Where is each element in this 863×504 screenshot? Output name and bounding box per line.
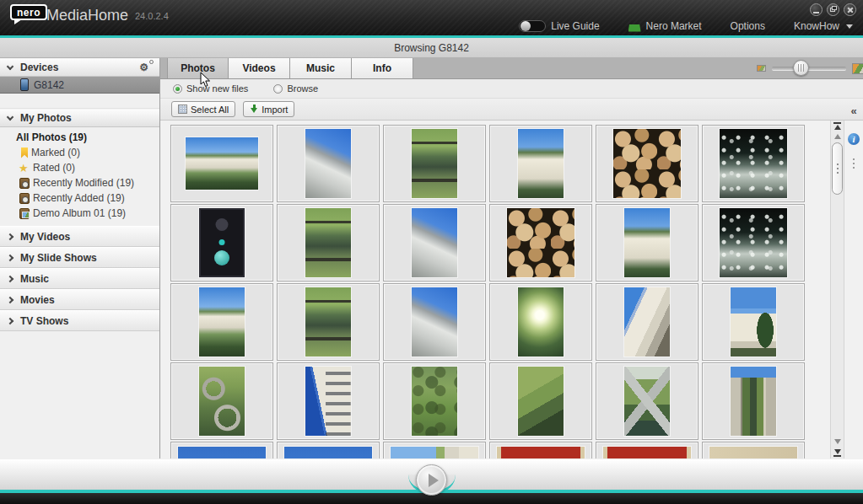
photo-thumbnail[interactable] (702, 362, 805, 440)
scrollbar-thumb[interactable] (832, 142, 843, 195)
collapse-panel-icon[interactable]: « (848, 106, 860, 115)
restore-button[interactable] (827, 3, 839, 16)
radio-label: Show new files (186, 83, 248, 94)
tab-music[interactable]: Music (290, 58, 352, 78)
chevron-down-icon (7, 113, 13, 120)
photo-thumbnail[interactable] (596, 125, 698, 202)
app-title: MediaHome (46, 7, 128, 24)
my-photos-section-header[interactable]: My Photos (0, 109, 159, 127)
nero-logo: nero (10, 4, 47, 20)
play-button[interactable] (416, 464, 447, 496)
sidebar-item-label: Demo Album 01 (19) (33, 207, 126, 219)
photo-thumbnail[interactable] (489, 362, 592, 440)
photo-thumbnail[interactable] (489, 283, 592, 361)
photo-thumbnail[interactable] (596, 283, 698, 361)
sidebar-section-music[interactable]: Music (0, 268, 159, 289)
sidebar-item-demo-album-01-19-[interactable]: Demo Album 01 (19) (0, 206, 159, 221)
photo-thumbnail[interactable] (277, 362, 380, 440)
photo-thumbnail[interactable] (277, 204, 380, 281)
photo-sky-strip (284, 447, 372, 458)
sidebar-item-device-g8142[interactable]: G8142 (0, 77, 159, 94)
photo-thumbnail[interactable] (489, 204, 592, 281)
import-button[interactable]: Import (243, 101, 294, 117)
close-button[interactable] (844, 3, 856, 16)
photo-facade-sky (305, 367, 351, 436)
tab-info[interactable]: Info (352, 58, 413, 78)
photo-thumbnail[interactable] (277, 283, 380, 361)
sidebar-item-marked-0-[interactable]: Marked (0) (0, 145, 159, 160)
select-all-button[interactable]: Select All (171, 101, 235, 117)
chevron-right-icon (7, 296, 13, 303)
chevron-down-icon (846, 24, 853, 29)
scroll-down-button[interactable] (831, 437, 844, 448)
photo-thumbnail[interactable] (383, 204, 486, 281)
nero-market-button[interactable]: Nero Market (628, 20, 702, 32)
sidebar-section-my-slide-shows[interactable]: My Slide Shows (0, 247, 159, 268)
photo-thumbnail[interactable] (702, 442, 805, 458)
vertical-scrollbar[interactable] (830, 121, 844, 458)
sidebar-section-my-videos[interactable]: My Videos (0, 226, 159, 247)
sidebar-section-movies[interactable]: Movies (0, 289, 159, 310)
tab-label: Music (306, 62, 335, 74)
photo-thumbnail[interactable] (170, 442, 273, 458)
knowhow-menu[interactable]: KnowHow (794, 20, 853, 32)
tab-bar: Photos Videos Music Info (160, 58, 863, 79)
photo-thumbnail[interactable] (170, 125, 273, 202)
sidebar-item-recently-modified-19-[interactable]: Recently Modified (19) (0, 175, 159, 190)
zoom-slider-knob[interactable] (793, 60, 809, 76)
zoom-slider-track[interactable] (772, 67, 846, 70)
photo-thumbnail[interactable] (489, 125, 592, 202)
devices-section-header[interactable]: Devices ⚙ (0, 58, 159, 77)
sidebar-section-tv-shows[interactable]: TV Shows (0, 310, 159, 331)
scroll-to-bottom-button[interactable] (831, 448, 844, 458)
photo-thumbnail[interactable] (383, 283, 486, 361)
nero-market-label: Nero Market (646, 20, 702, 32)
scroll-to-top-button[interactable] (831, 121, 844, 131)
mouse-cursor (200, 72, 211, 88)
live-guide-toggle[interactable] (519, 20, 546, 32)
photo-building-garden (199, 287, 245, 357)
photo-building-up (305, 129, 351, 198)
photo-building-hill (624, 208, 670, 277)
photo-thumbnail[interactable] (702, 125, 805, 202)
photo-thumbnail[interactable] (596, 362, 698, 440)
sidebar-item-label: Recently Modified (19) (33, 177, 134, 189)
photo-thumbnail[interactable] (596, 204, 698, 281)
photo-thumbnail[interactable] (277, 125, 380, 202)
photo-building-up (412, 208, 457, 277)
photo-thumbnail[interactable] (383, 362, 486, 440)
panel-grip-handle[interactable] (853, 158, 855, 160)
radio-browse[interactable]: Browse (273, 83, 318, 94)
photo-canal-railing (412, 129, 457, 198)
section-label: Movies (20, 294, 55, 306)
sidebar-item-recently-added-19-[interactable]: Recently Added (19) (0, 190, 159, 206)
radio-icon (173, 84, 182, 94)
item-icon (21, 147, 28, 158)
radio-label: Browse (287, 83, 318, 94)
photo-building-garden (186, 137, 258, 190)
sidebar-item-rated-0-[interactable]: Rated (0) (0, 160, 159, 175)
photo-thumbnail[interactable] (702, 204, 805, 281)
zoom-in-thumbnail-icon[interactable] (852, 63, 863, 74)
photo-thumbnail[interactable] (383, 125, 486, 202)
view-filter-row: Show new files Browse (160, 79, 863, 99)
tab-photos[interactable]: Photos (167, 58, 229, 78)
photo-thumbnail[interactable] (277, 442, 380, 458)
photo-thumbnail[interactable] (383, 442, 486, 458)
minimize-button[interactable] (810, 3, 823, 16)
photo-thumbnail[interactable] (702, 283, 805, 361)
photo-thumbnail[interactable] (596, 442, 698, 458)
tab-videos[interactable]: Videos (229, 58, 290, 78)
photo-thumbnail[interactable] (170, 283, 273, 361)
zoom-out-thumbnail-icon[interactable] (757, 65, 766, 72)
photo-thumbnail[interactable] (170, 362, 273, 440)
info-icon[interactable]: i (848, 133, 860, 145)
options-button[interactable]: Options (731, 20, 765, 32)
toggle-knob (520, 21, 531, 31)
gear-icon[interactable]: ⚙ (139, 62, 152, 72)
photo-thumbnail[interactable] (170, 204, 273, 281)
photo-thumbnail[interactable] (489, 442, 592, 458)
sidebar-item-all-photos-19-[interactable]: All Photos (19) (0, 130, 159, 145)
app-window: nero MediaHome 24.0.2.4 Live Guide Nero … (0, 0, 863, 504)
scroll-up-button[interactable] (831, 131, 844, 142)
